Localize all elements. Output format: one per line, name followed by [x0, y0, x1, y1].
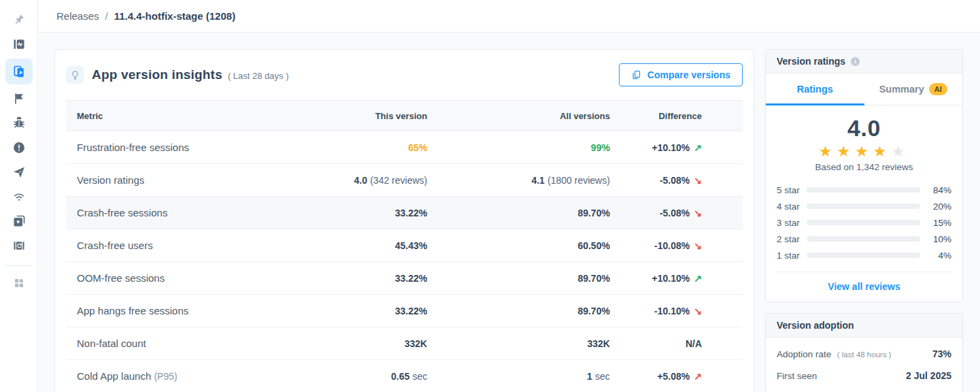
star-row-percent: 84% [927, 185, 951, 195]
trend-down-icon: ↘ [694, 175, 702, 186]
difference-value: +10.10% [652, 142, 690, 153]
session-replay-icon[interactable] [5, 234, 33, 257]
trend-up-icon: ↗ [694, 273, 702, 284]
compare-versions-button[interactable]: Compare versions [619, 63, 743, 86]
table-header-row: Metric This version All versions Differe… [66, 101, 743, 131]
tab-ratings[interactable]: Ratings [766, 74, 864, 105]
metric-label: App hangs free sessions [66, 295, 296, 327]
distribution-row-4-star: 4 star 20% [777, 198, 951, 214]
this-version-value: 4.0 [354, 175, 367, 186]
tab-ratings-label: Ratings [797, 84, 833, 95]
star-row-label: 2 star [777, 234, 807, 244]
star-row-label: 5 star [777, 185, 807, 195]
trend-up-icon: ↗ [694, 371, 702, 382]
adoption-rate-note: ( last 48 hours ) [837, 350, 892, 359]
rating-bar-track [807, 203, 920, 209]
rating-bar-track [807, 220, 920, 225]
difference-value: N/A [686, 338, 702, 349]
trend-down-icon: ↘ [694, 306, 702, 316]
star-icon: ★ [855, 143, 873, 160]
insights-header: App version insights ( Last 28 days ) Co… [66, 61, 743, 89]
rail-divider [5, 265, 33, 266]
this-version-value: 65% [408, 142, 427, 153]
table-row-non-fatal-count[interactable]: Non-fatal count 332K 332K N/A [66, 327, 743, 360]
star-row-percent: 4% [927, 250, 951, 261]
adoption-rate-value: 73% [932, 348, 951, 359]
adoption-body: Adoption rate ( last 48 hours ) 73% Firs… [766, 338, 962, 392]
version-adoption-card: Version adoption Adoption rate ( last 48… [765, 313, 963, 392]
feature-flags-icon[interactable] [5, 87, 33, 110]
star-row-percent: 20% [927, 201, 951, 212]
distribution-row-3-star: 3 star 15% [777, 214, 951, 231]
rating-bar-track [807, 187, 920, 193]
all-versions-note: sec [595, 371, 610, 382]
tab-summary[interactable]: Summary AI [864, 74, 963, 105]
all-versions-value: 99% [591, 142, 610, 153]
version-adoption-title: Version adoption [777, 320, 854, 331]
table-row-crash-free-users[interactable]: Crash-free users 45.43% 60.50% -10.08%↘ [66, 229, 743, 262]
view-all-reviews-link[interactable]: View all reviews [777, 272, 951, 301]
all-versions-value: 60.50% [577, 240, 609, 251]
breadcrumb-releases[interactable]: Releases [56, 10, 99, 22]
compare-versions-label: Compare versions [647, 69, 730, 80]
send-icon[interactable] [5, 161, 33, 184]
this-version-value: 0.65 [391, 371, 409, 382]
star-distribution: 5 star 84% 4 star 20% 3 star 15% [777, 182, 951, 263]
performance-metrics-icon[interactable] [5, 33, 33, 56]
metrics-table: Metric This version All versions Differe… [66, 100, 743, 392]
table-row-app-hangs-free-sessions[interactable]: App hangs free sessions 33.22% 89.70% -1… [66, 295, 743, 327]
distribution-row-1-star: 1 star 4% [777, 247, 951, 263]
this-version-note: (342 reviews) [370, 175, 427, 186]
bug-icon[interactable] [5, 112, 33, 135]
trend-down-icon: ↘ [694, 208, 702, 218]
topbar: Releases / 11.4.4-hotfix-stage (1208) [38, 0, 980, 33]
star-row-label: 4 star [777, 201, 807, 212]
star-icon: ★ [819, 143, 837, 160]
table-row-cold-app-launch[interactable]: Cold App launch (P95) 0.65 sec 1 sec +5.… [66, 360, 743, 392]
main-content: App version insights ( Last 28 days ) Co… [39, 33, 980, 392]
this-version-value: 33.22% [395, 306, 427, 316]
breadcrumb-separator: / [105, 10, 108, 22]
difference-value: -10.10% [654, 306, 690, 316]
page-title: App version insights [92, 67, 222, 82]
review-count-label: Based on 1,342 reviews [777, 162, 951, 172]
first-seen-label: First seen [777, 371, 817, 381]
pin-icon[interactable] [5, 8, 33, 31]
metric-note: (P95) [154, 371, 177, 382]
ratings-tabs: Ratings Summary AI [766, 74, 962, 105]
apps-grid-icon[interactable] [5, 272, 33, 295]
version-ratings-card: Version ratings i Ratings Summary AI 4.0… [765, 49, 963, 302]
adoption-rate-label: Adoption rate [777, 349, 831, 359]
metric-label: Version ratings [66, 164, 296, 197]
average-rating-score: 4.0 [777, 115, 951, 142]
compare-versions-icon [631, 69, 641, 80]
first-seen-row: First seen 2 Jul 2025 [777, 370, 951, 381]
distribution-row-5-star: 5 star 84% [777, 182, 951, 198]
column-header-all-versions: All versions [438, 101, 621, 131]
all-versions-value: 89.70% [577, 208, 609, 218]
table-row-oom-free-sessions[interactable]: OOM-free sessions 33.22% 89.70% +10.10%↗ [66, 262, 743, 295]
network-icon[interactable] [5, 185, 33, 208]
all-versions-value: 4.1 [531, 175, 544, 186]
difference-value: -5.08% [660, 175, 690, 186]
app-version-insights-card: App version insights ( Last 28 days ) Co… [54, 49, 754, 392]
app-versions-icon[interactable] [5, 59, 33, 84]
alerts-icon[interactable] [5, 136, 33, 159]
difference-value: -5.08% [660, 208, 690, 218]
table-row-crash-free-sessions[interactable]: Crash-free sessions 33.22% 89.70% -5.08%… [66, 197, 743, 229]
column-header-difference: Difference [621, 101, 743, 131]
metric-label: Crash-free users [66, 229, 296, 262]
metric-label: Crash-free sessions [66, 197, 296, 229]
rating-bar-track [807, 252, 920, 258]
reviews-link-divider: View all reviews [777, 272, 951, 301]
column-header-metric: Metric [66, 101, 296, 131]
date-range-label: ( Last 28 days ) [228, 69, 289, 81]
metric-label: Frustration-free sessions [66, 131, 296, 164]
star-icon: ★ [837, 143, 855, 160]
table-row-version-ratings[interactable]: Version ratings 4.0 (342 reviews) 4.1 (1… [66, 164, 743, 197]
info-icon[interactable]: i [851, 57, 860, 66]
table-row-frustration-free-sessions[interactable]: Frustration-free sessions 65% 99% +10.10… [66, 131, 743, 164]
metric-label: Non-fatal count [66, 327, 296, 360]
saved-collections-icon[interactable] [5, 210, 33, 233]
metric-label: Cold App launch [77, 370, 151, 382]
